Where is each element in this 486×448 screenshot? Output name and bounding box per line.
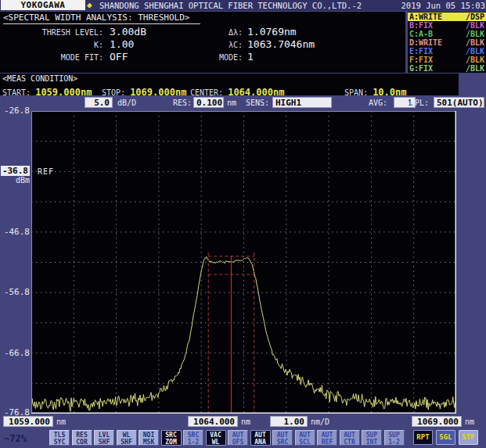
x-axis-center-box[interactable]: 1064.000 [188, 416, 238, 427]
run-button-sgl[interactable]: SGL [436, 430, 455, 445]
x-axis-stop-box[interactable]: 1069.000 [412, 416, 462, 427]
trace-status: /BLK [466, 21, 484, 30]
softkey-line1: AUT [273, 432, 292, 439]
analysis-field-value: 3.00dB [110, 26, 146, 38]
softkey-src-zom[interactable]: SRCZOM [161, 430, 182, 446]
yokogawa-logo: YOKOGAWA [1, 0, 85, 10]
softkey-line2: SYC [50, 439, 69, 446]
smpl-value-box[interactable]: 501(AUTO) [434, 97, 484, 108]
softkey-src-1-2[interactable]: SRC1-2 [183, 430, 203, 446]
trace-row-d[interactable]: D:WRITE/BLK [408, 38, 486, 47]
run-button-rpt[interactable]: RPT [413, 430, 433, 445]
scale-settings-bar: 5.0dB/DRES:0.100nmSENS:HIGH1AVG:1SMPL:50… [0, 95, 486, 110]
analysis-field-label: MODE: [193, 53, 243, 62]
trace-status: /BLK [466, 30, 484, 38]
trace-row-g[interactable]: G:FIX/BLK [408, 64, 486, 73]
y-axis-label: -46.8 [0, 227, 30, 237]
softkey-line2: ZOM [162, 439, 181, 446]
run-button-stp[interactable]: STP [459, 430, 478, 445]
trace-status: /BLK [466, 56, 484, 64]
analysis-field-label: λC: [193, 41, 243, 49]
softkey-sup-1-2[interactable]: SUP1-2 [384, 430, 405, 446]
level-unit: dB/D [117, 99, 136, 107]
softkey-res-cor[interactable]: RESCOR [72, 430, 92, 446]
analysis-field-label: K: [2, 41, 103, 49]
softkey-line1: SRC [162, 432, 181, 439]
smpl-label: SMPL: [405, 99, 429, 107]
y-axis-label: -26.8 [0, 106, 30, 116]
datetime-label: 2019 Jun 05 15:03 [401, 0, 485, 11]
softkey-line2: INT [362, 439, 381, 446]
analysis-field-value: OFF [110, 51, 128, 63]
osa-screen: YOKOGAWA ◆ SHANDONG SHENGHAI OPTICAL FIB… [0, 0, 486, 448]
run-buttons: RPTSGLSTP [413, 430, 478, 445]
softkey-aut-ana[interactable]: AUTANA [250, 430, 271, 446]
trace-name: F:FIX [409, 56, 433, 64]
softkey-line1: AUT [296, 432, 315, 439]
trace-panel: A:WRITE/DSPB:FIX/BLKC:A-B/BLKD:WRITE/BLK… [408, 12, 486, 73]
softkey-wl-shf[interactable]: WLSHF [117, 430, 137, 446]
softkey-aut-ref[interactable]: AUTREF [317, 430, 337, 446]
meas-title: <MEAS CONDITION> [2, 74, 77, 83]
ref-marker-label: REF [38, 167, 54, 176]
analysis-field-label: MODE FIT: [2, 53, 103, 62]
softkey-aut-src[interactable]: AUTSRC [272, 430, 293, 446]
trace-row-c[interactable]: C:A-B/BLK [408, 30, 486, 38]
res-label: RES: [173, 99, 192, 107]
softkey-line2: OFS [229, 439, 247, 446]
softkey-line2: 1-2 [385, 439, 404, 446]
trace-row-f[interactable]: F:FIX/BLK [408, 56, 486, 64]
trace-name: G:FIX [409, 64, 433, 73]
trace-row-a[interactable]: A:WRITE/DSP [408, 13, 486, 21]
logo-text: YOKOGAWA [21, 0, 66, 10]
y-axis-label: -36.8 [0, 166, 30, 176]
res-value-box[interactable]: 0.100 [193, 97, 224, 108]
softkey-line1: WL [117, 432, 136, 439]
softkey-line1: SUP [385, 432, 404, 439]
x-axis-stop-unit: nm [465, 418, 474, 426]
analysis-field-value: 1.00 [110, 38, 134, 50]
trace-name: C:A-B [409, 30, 433, 38]
trace-row-b[interactable]: B:FIX/BLK [408, 21, 486, 30]
softkey-line1: AUT [318, 432, 337, 439]
res-unit: nm [227, 99, 236, 107]
softkey-aut-ofs[interactable]: AUTOFS [228, 430, 248, 446]
analysis-field-value: 1063.7046nm [247, 38, 315, 50]
softkey-line2: WL [207, 439, 225, 446]
x-axis-center-unit: nm [241, 418, 250, 426]
softkey-line2: CTR [340, 439, 359, 446]
meas-condition-bar: <MEAS CONDITION> START: 1059.000nmSTOP: … [0, 73, 459, 95]
softkey-line2: SHF [95, 439, 113, 446]
trace-name: E:FIX [409, 47, 433, 56]
trace-name: A:WRITE [409, 13, 442, 21]
trace-name: D:WRITE [409, 38, 442, 47]
analysis-field-value: 1.0769nm [247, 26, 297, 38]
softkey-vac-wl[interactable]: VACWL [206, 430, 226, 446]
trace-status: /BLK [466, 38, 484, 47]
softkey-tls-syc[interactable]: TLSSYC [49, 430, 70, 446]
x-axis-scale-box[interactable]: 1.00 [270, 416, 308, 427]
x-axis-start-box[interactable]: 1059.000 [3, 416, 53, 427]
trace-status: /BLK [466, 64, 484, 73]
y-axis-label: -56.8 [0, 287, 30, 297]
header-bar: YOKOGAWA ◆ SHANDONG SHENGHAI OPTICAL FIB… [0, 0, 486, 11]
softkey-lvl-shf[interactable]: LVLSHF [94, 430, 114, 446]
softkey-aut-ctr[interactable]: AUTCTR [340, 430, 360, 446]
softkey-line1: SRC [184, 432, 203, 439]
softkey-line2: ANA [251, 439, 270, 446]
softkey-line1: SUP [362, 432, 381, 439]
softkey-line1: RES [73, 432, 92, 439]
level-value-box[interactable]: 5.0 [85, 97, 113, 108]
diamond-icon: ◆ [87, 0, 92, 10]
x-axis-scale-unit: nm/D [311, 418, 329, 426]
ref-level-label: -36.8 [1, 166, 30, 176]
softkey-sup-int[interactable]: SUPINT [362, 430, 382, 446]
sens-value-box[interactable]: HIGH1 [272, 97, 332, 108]
spectrum-plot: REF [31, 111, 456, 414]
trace-row-e[interactable]: E:FIX/BLK [408, 47, 486, 56]
analysis-field-value: 1 [247, 51, 254, 63]
avg-label: AVG: [369, 99, 387, 107]
softkey-line1: AUT [251, 432, 270, 439]
softkey-noi-msk[interactable]: NOIMSK [139, 430, 159, 446]
softkey-aut-scl[interactable]: AUTSCL [295, 430, 315, 446]
